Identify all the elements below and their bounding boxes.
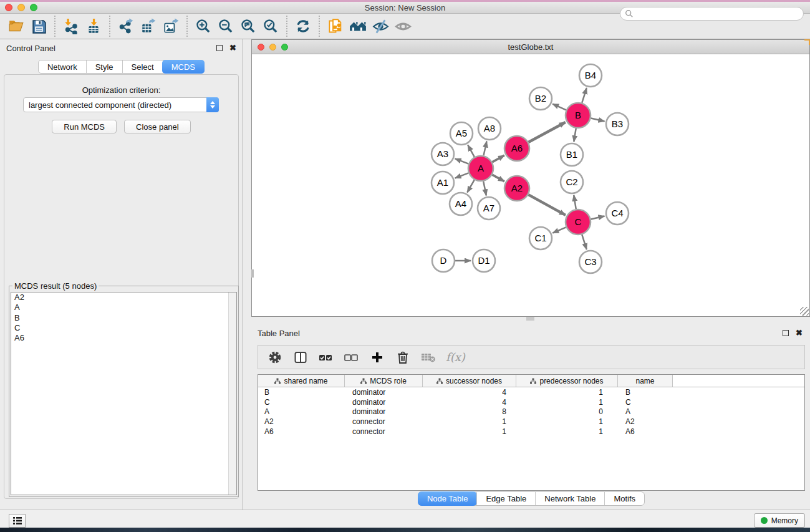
tab-network-table[interactable]: Network Table (535, 492, 604, 505)
show-details-eye-icon[interactable] (392, 16, 414, 36)
graph-edge-C-C1[interactable] (552, 227, 566, 233)
graph-edge-B-B4[interactable] (582, 88, 586, 103)
graph-node-label: C2 (566, 177, 577, 187)
deselect-all-icon[interactable] (344, 349, 360, 366)
delete-column-icon[interactable] (395, 349, 411, 366)
desktop-wallpaper-edge (0, 528, 810, 532)
graph-edge-A-A1[interactable] (455, 173, 469, 178)
network-view-window[interactable]: testGlobe.txt AA1A2A3A4A5A6A7A8BB1B2B3B4… (251, 39, 810, 317)
column-settings-icon[interactable] (267, 349, 283, 366)
table-cell: 1 (516, 388, 618, 397)
column-header-predecessor-nodes[interactable]: predecessor nodes (516, 375, 618, 387)
graph-edge-A-A3[interactable] (455, 158, 469, 163)
graph-edge-C-C4[interactable] (591, 216, 604, 220)
apply-layout-icon[interactable] (292, 16, 314, 36)
export-table-icon[interactable] (137, 16, 160, 36)
table-row[interactable]: A2connector11A2 (258, 417, 804, 427)
column-header-name[interactable]: name (618, 375, 673, 387)
zoom-fit-icon[interactable] (237, 16, 259, 36)
tab-mcds[interactable]: MCDS (162, 60, 205, 74)
add-column-icon[interactable] (369, 349, 385, 366)
network-canvas[interactable]: AA1A2A3A4A5A6A7A8BB1B2B3B4CC1C2C3C4DD1 (252, 54, 809, 316)
mcds-result-item[interactable]: A6 (11, 333, 236, 343)
table-row[interactable]: A6connector11A6 (258, 427, 804, 437)
zoom-out-icon[interactable] (215, 16, 237, 36)
graph-edge-A-A2[interactable] (492, 175, 504, 181)
sort-attribute-icon (274, 378, 281, 384)
graph-edge-C-C3[interactable] (582, 235, 586, 249)
export-image-icon[interactable] (160, 16, 182, 36)
graph-edge-A2-C[interactable] (528, 195, 565, 215)
result-scrollbar[interactable] (228, 293, 236, 495)
close-panel-button[interactable]: Close panel (124, 120, 191, 133)
column-header-shared-name[interactable]: shared name (258, 375, 345, 387)
graph-node-label: C1 (534, 233, 546, 243)
delete-table-icon[interactable] (420, 349, 436, 366)
mcds-result-item[interactable]: C (11, 323, 236, 333)
column-layout-icon[interactable] (292, 349, 309, 366)
table-cell: 1 (516, 427, 618, 436)
tab-motifs[interactable]: Motifs (604, 492, 644, 505)
toolbar-separator (54, 16, 55, 37)
home-views-icon[interactable] (347, 16, 369, 36)
zoom-in-icon[interactable] (192, 16, 215, 36)
table-row[interactable]: Cdominator41C (258, 397, 804, 407)
graph-edge-A-A5[interactable] (468, 145, 475, 157)
float-table-panel-icon[interactable] (783, 330, 789, 336)
mcds-result-item[interactable]: A2 (11, 293, 236, 302)
search-input[interactable] (634, 8, 803, 19)
window-resize-grip-bottom-right[interactable] (800, 307, 809, 316)
graph-edge-A-A7[interactable] (483, 181, 486, 196)
tab-edge-table[interactable]: Edge Table (476, 492, 535, 505)
graph-edge-A-A4[interactable] (467, 180, 474, 192)
column-header-MCDS-role[interactable]: MCDS role (345, 375, 423, 387)
window-resize-grip-top-right[interactable] (804, 39, 810, 45)
column-header-successor-nodes[interactable]: successor nodes (423, 375, 516, 387)
table-row[interactable]: Bdominator41B (258, 387, 804, 397)
graph-edge-A-A8[interactable] (483, 142, 486, 156)
graph-edge-B-B2[interactable] (552, 104, 566, 110)
tab-network[interactable]: Network (39, 60, 86, 73)
window-resize-grip-bottom[interactable] (526, 317, 534, 321)
mcds-result-item[interactable]: A (11, 302, 236, 312)
graph-edge-B-B1[interactable] (574, 128, 576, 142)
zoom-selected-icon[interactable] (259, 16, 282, 36)
graph-edge-C-C2[interactable] (574, 195, 576, 210)
float-panel-icon[interactable] (216, 45, 223, 51)
table-cell: 1 (423, 427, 516, 436)
status-bar: Memory (0, 510, 810, 528)
graph-edge-B-B3[interactable] (591, 118, 604, 122)
table-cell: 8 (423, 407, 516, 416)
memory-button[interactable]: Memory (754, 513, 805, 528)
node-table[interactable]: shared nameMCDS rolesuccessor nodesprede… (258, 374, 805, 491)
import-network-icon[interactable] (60, 16, 82, 36)
tab-style[interactable]: Style (86, 60, 122, 73)
graph-node-label: A (478, 163, 484, 173)
network-window-titlebar[interactable]: testGlobe.txt (252, 40, 809, 54)
close-panel-icon[interactable]: ✖ (229, 45, 236, 51)
table-cell: B (618, 388, 673, 397)
save-session-icon[interactable] (27, 16, 50, 36)
run-mcds-button[interactable]: Run MCDS (52, 120, 117, 133)
graph-edge-A-A6[interactable] (492, 155, 504, 162)
task-history-button[interactable] (9, 514, 26, 528)
table-cell: connector (345, 417, 423, 426)
function-builder-icon[interactable]: f(x) (446, 349, 465, 366)
mcds-result-list[interactable]: A2ABCA6 (11, 292, 237, 495)
hide-graphics-details-icon[interactable] (369, 16, 392, 36)
open-file-icon[interactable] (5, 16, 27, 36)
import-table-icon[interactable] (82, 16, 105, 36)
new-network-from-file-icon[interactable] (324, 16, 347, 36)
table-row[interactable]: Adominator80A (258, 407, 804, 417)
export-network-icon[interactable] (115, 16, 137, 36)
optimization-criterion-dropdown[interactable]: largest connected component (directed) (23, 97, 219, 112)
search-box[interactable] (620, 7, 804, 21)
mcds-result-item[interactable]: B (11, 313, 236, 323)
select-all-icon[interactable] (318, 349, 334, 366)
sort-attribute-icon (436, 378, 443, 384)
window-resize-grip-left[interactable] (251, 269, 254, 278)
close-table-panel-icon[interactable]: ✖ (796, 330, 803, 336)
tab-select[interactable]: Select (122, 60, 163, 73)
tab-node-table[interactable]: Node Table (418, 491, 478, 506)
graph-edge-A6-B[interactable] (528, 122, 565, 142)
